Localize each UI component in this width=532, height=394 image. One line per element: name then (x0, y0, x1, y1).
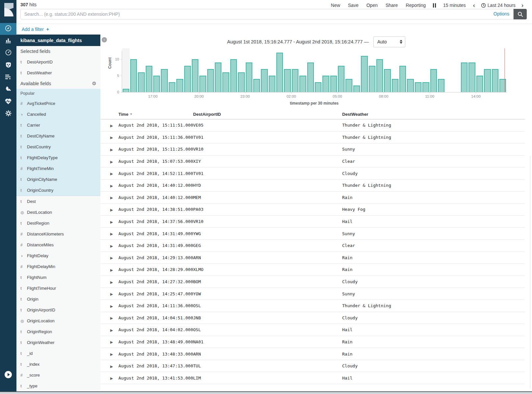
field-item-AvgTicketPrice[interactable]: #AvgTicketPrice (16, 98, 100, 109)
histogram-bar[interactable] (207, 69, 214, 92)
expand-row-caret-icon[interactable]: ▶ (110, 292, 113, 296)
histogram-bar[interactable] (169, 82, 175, 92)
histogram-bar[interactable] (415, 82, 421, 92)
expand-row-caret-icon[interactable]: ▶ (110, 124, 113, 128)
histogram-bar[interactable] (192, 59, 198, 92)
expand-row-caret-icon[interactable]: ▶ (110, 160, 113, 164)
field-item-OriginRegion[interactable]: tOriginRegion (16, 326, 100, 337)
reporting-button[interactable]: Reporting (402, 1, 430, 9)
expand-row-caret-icon[interactable]: ▶ (110, 196, 113, 200)
histogram-bar[interactable] (184, 66, 191, 92)
field-item-FlightDelayType[interactable]: tFlightDelayType (16, 152, 100, 163)
field-item-_score[interactable]: #_score (16, 370, 100, 381)
field-item-FlightTimeMin[interactable]: #FlightTimeMin (16, 163, 100, 174)
expand-row-caret-icon[interactable]: ▶ (110, 352, 113, 356)
field-item-Origin[interactable]: tOrigin (16, 294, 100, 305)
expand-row-caret-icon[interactable]: ▶ (110, 340, 113, 344)
expand-row-caret-icon[interactable]: ▶ (110, 208, 113, 212)
expand-row-caret-icon[interactable]: ▶ (110, 135, 113, 139)
expand-row-caret-icon[interactable]: ▶ (110, 376, 113, 380)
expand-row-caret-icon[interactable]: ▶ (110, 244, 113, 248)
expand-row-caret-icon[interactable]: ▶ (110, 172, 113, 176)
histogram-bar[interactable] (153, 76, 160, 92)
expand-row-caret-icon[interactable]: ▶ (110, 184, 113, 188)
field-item-Carrier[interactable]: tCarrier (16, 120, 100, 131)
refresh-interval-button[interactable]: 15 minutes (439, 1, 469, 9)
nav-dev-tools[interactable] (0, 84, 16, 96)
histogram-bar[interactable] (322, 76, 329, 92)
field-item-OriginCountry[interactable]: tOriginCountry (16, 185, 100, 196)
field-item-Dest[interactable]: tDest (16, 196, 100, 207)
histogram-bar[interactable] (484, 69, 491, 92)
nav-management[interactable] (0, 108, 16, 120)
field-item-FlightTimeHour[interactable]: tFlightTimeHour (16, 283, 100, 294)
field-item-FlightDelayMin[interactable]: #FlightDelayMin (16, 261, 100, 272)
histogram-bar[interactable] (353, 86, 360, 92)
field-item-FlightDelay[interactable]: ◑FlightDelay (16, 250, 100, 261)
expand-row-caret-icon[interactable]: ▶ (110, 364, 113, 368)
histogram-bar[interactable] (176, 79, 183, 92)
histogram-bar[interactable] (199, 76, 206, 92)
histogram-bar[interactable] (338, 66, 344, 92)
expand-row-caret-icon[interactable]: ▶ (110, 232, 113, 236)
time-forward-chevron[interactable]: › (518, 2, 527, 9)
histogram-bar[interactable] (330, 76, 337, 92)
expand-row-caret-icon[interactable]: ▶ (110, 268, 113, 272)
histogram-bar[interactable] (438, 79, 444, 92)
field-item-DestCountry[interactable]: tDestCountry (16, 141, 100, 152)
histogram-bar[interactable] (292, 69, 298, 92)
add-filter-button[interactable]: Add a filter + (22, 27, 49, 32)
share-button[interactable]: Share (382, 1, 402, 9)
field-item-DestCityName[interactable]: tDestCityName (16, 131, 100, 141)
field-item-FlightNum[interactable]: tFlightNum (16, 272, 100, 283)
histogram-bar[interactable] (422, 82, 429, 92)
nav-apm[interactable] (0, 71, 16, 84)
open-button[interactable]: Open (363, 1, 382, 9)
histogram-bar[interactable] (138, 72, 144, 92)
nav-discover[interactable] (0, 23, 16, 35)
histogram-bar[interactable] (361, 56, 367, 92)
histogram-bar[interactable] (376, 59, 383, 92)
field-item-DistanceMiles[interactable]: #DistanceMiles (16, 239, 100, 250)
nav-dashboard[interactable] (0, 47, 16, 59)
expand-row-caret-icon[interactable]: ▶ (110, 316, 113, 320)
expand-row-caret-icon[interactable]: ▶ (110, 280, 113, 284)
collapse-nav-button[interactable] (5, 371, 12, 378)
search-options-link[interactable]: Options (494, 11, 509, 16)
pause-refresh-button[interactable] (430, 2, 439, 9)
histogram-plot[interactable]: 0510 17:0020:0023:0002:0005:0008:0011:00… (122, 51, 507, 92)
histogram-bar[interactable] (261, 69, 267, 92)
field-item-OriginLocation[interactable]: ◍OriginLocation (16, 315, 100, 326)
field-item-OriginWeather[interactable]: tOriginWeather (16, 337, 100, 348)
search-button[interactable] (514, 9, 527, 19)
time-range-picker[interactable]: Last 24 hours (478, 1, 518, 9)
histogram-bar[interactable] (230, 59, 237, 92)
histogram-bar[interactable] (276, 53, 283, 92)
histogram-bar[interactable] (469, 62, 475, 92)
nav-visualize[interactable] (0, 35, 16, 47)
column-header-time[interactable]: Time▼ (118, 112, 193, 117)
histogram-bar[interactable] (161, 69, 167, 92)
histogram-bar[interactable] (492, 69, 498, 92)
histogram-bar[interactable] (307, 62, 314, 92)
kibana-logo[interactable] (0, 0, 16, 19)
field-item-DestRegion[interactable]: tDestRegion (16, 218, 100, 229)
index-pattern-selector[interactable]: kibana_sample_data_flights (16, 35, 100, 46)
histogram-bar[interactable] (392, 79, 398, 92)
histogram-bar[interactable] (430, 69, 437, 92)
new-button[interactable]: New (327, 1, 344, 9)
field-item-_id[interactable]: t_id (16, 348, 100, 359)
expand-row-caret-icon[interactable]: ▶ (110, 328, 113, 332)
histogram-bar[interactable] (345, 79, 352, 92)
histogram-bar[interactable] (246, 62, 252, 92)
column-header-dest-airport-id[interactable]: DestAirportID (193, 112, 342, 117)
histogram-bar[interactable] (269, 76, 275, 92)
histogram-bar[interactable] (215, 62, 221, 92)
histogram-bar[interactable] (130, 59, 137, 92)
histogram-bar[interactable] (499, 79, 506, 92)
time-back-chevron[interactable]: ‹ (470, 2, 478, 9)
field-item-DestLocation[interactable]: ◍DestLocation (16, 207, 100, 218)
nav-monitoring[interactable] (0, 96, 16, 108)
search-input[interactable] (21, 9, 513, 19)
field-item-Cancelled[interactable]: ◑Cancelled (16, 109, 100, 120)
